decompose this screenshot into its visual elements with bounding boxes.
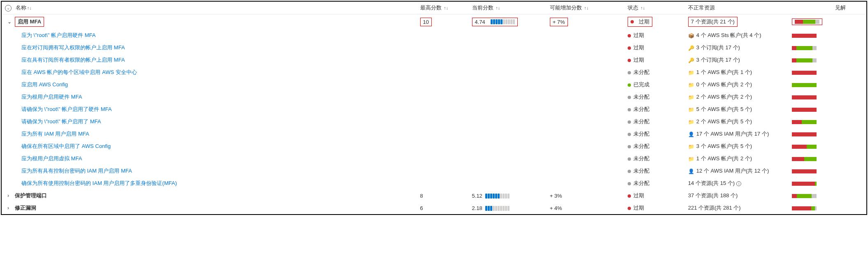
- status-dot-icon: [628, 145, 631, 148]
- unhealthy-text: 3 个订阅(共 17 个): [696, 44, 740, 51]
- unhealthy-text: 0 个 AWS 帐户(共 2 个): [696, 81, 752, 88]
- recommendation-row[interactable]: 应为 \"root\" 帐户启用硬件 MFA过期📦4 个 AWS Sts 帐户(…: [2, 29, 866, 42]
- recommendation-link[interactable]: 应启用 AWS Config: [21, 81, 68, 88]
- group-row[interactable]: ›保护管理端口85.12 + 3%过期37 个资源(共 188 个): [2, 189, 866, 202]
- resource-icon: 👤: [688, 132, 694, 137]
- status-dot-icon: [628, 71, 631, 74]
- status-dot-icon: [631, 20, 634, 23]
- table-header-row: ⌄ 名称↑↓ 最高分数 ↑↓ 当前分数 ↑↓ 可能增加分数 ↑↓ 状态 ↑↓ 不…: [2, 2, 866, 14]
- group-name: 保护管理端口: [15, 192, 47, 199]
- group-row[interactable]: ⌄启用 MFA104.74 + 7%过期7 个资源(共 21 个): [2, 14, 866, 30]
- recommendation-row[interactable]: 确保在所有区域中启用了 AWS Config未分配📁3 个 AWS 帐户(共 5…: [2, 140, 866, 152]
- status-dot-icon: [628, 59, 631, 62]
- recommendation-link[interactable]: 确保为所有使用控制台密码的 IAM 用户启用了多重身份验证(MFA): [21, 180, 177, 186]
- group-name: 启用 MFA: [18, 18, 41, 25]
- resource-icon: 📁: [688, 156, 694, 162]
- recommendation-row[interactable]: 应启用 AWS Config已完成📁0 个 AWS 帐户(共 2 个): [2, 78, 866, 91]
- header-max-score[interactable]: 最高分数 ↑↓: [417, 2, 469, 14]
- recommendation-link[interactable]: 请确保为 \"root\" 帐户启用了硬件 MFA: [21, 106, 112, 112]
- health-bar: [792, 34, 817, 38]
- status-dot-icon: [628, 34, 631, 37]
- health-bar: [792, 71, 817, 75]
- recommendation-link[interactable]: 请确保为 \"root\" 帐户启用了 MFA: [21, 118, 101, 125]
- chevron-icon[interactable]: ›: [7, 193, 13, 199]
- resource-icon: 📁: [688, 70, 694, 76]
- unhealthy-text: 4 个 AWS Sts 帐户(共 4 个): [696, 32, 761, 38]
- recommendation-link[interactable]: 应为根用户启用虚拟 MFA: [21, 155, 82, 162]
- recommendation-link[interactable]: 应为所有 IAM 用户启用 MFA: [21, 131, 89, 137]
- recommendation-row[interactable]: 应在 AWS 帐户的每个区域中启用 AWS 安全中心未分配📁1 个 AWS 帐户…: [2, 66, 866, 78]
- header-potential-increase[interactable]: 可能增加分数 ↑↓: [547, 2, 624, 14]
- unhealthy-text: 17 个 AWS IAM 用户(共 17 个): [696, 131, 769, 137]
- status-dot-icon: [628, 207, 631, 210]
- health-bar: [792, 145, 817, 149]
- health-bar: [792, 182, 817, 186]
- resource-icon: 📁: [688, 119, 694, 125]
- status-dot-icon: [628, 170, 631, 173]
- resource-icon: 📁: [688, 82, 694, 88]
- header-unhealthy[interactable]: 不正常资源: [685, 2, 832, 14]
- info-icon[interactable]: i: [736, 181, 741, 186]
- recommendation-row[interactable]: 应在对订阅拥有写入权限的帐户上启用 MFA过期🔑3 个订阅(共 17 个): [2, 42, 866, 54]
- recommendation-link[interactable]: 应为 \"root\" 帐户启用硬件 MFA: [21, 32, 95, 38]
- health-bar: [792, 108, 817, 112]
- recommendation-row[interactable]: 应在具有订阅所有者权限的帐户上启用 MFA过期🔑3 个订阅(共 17 个): [2, 54, 866, 66]
- recommendation-row[interactable]: 应为根用户启用硬件 MFA未分配📁2 个 AWS 帐户(共 2 个): [2, 91, 866, 103]
- unhealthy-text: 12 个 AWS IAM 用户(共 12 个): [696, 168, 769, 174]
- header-insights[interactable]: 见解: [832, 2, 866, 14]
- recommendation-link[interactable]: 应在具有订阅所有者权限的帐户上启用 MFA: [21, 57, 125, 63]
- recommendation-row[interactable]: 请确保为 \"root\" 帐户启用了硬件 MFA未分配📁5 个 AWS 帐户(…: [2, 103, 866, 115]
- unhealthy-text: 2 个 AWS 帐户(共 5 个): [696, 118, 752, 125]
- resource-icon: 🔑: [688, 58, 694, 63]
- health-bar: [792, 46, 817, 50]
- health-bar: [792, 58, 817, 62]
- recommendation-row[interactable]: 应为根用户启用虚拟 MFA未分配📁1 个 AWS 帐户(共 2 个): [2, 152, 866, 165]
- unhealthy-text: 1 个 AWS 帐户(共 1 个): [696, 69, 752, 75]
- recommendation-link[interactable]: 确保在所有区域中启用了 AWS Config: [21, 143, 111, 149]
- resource-icon: 📁: [688, 95, 694, 100]
- recommendation-link[interactable]: 应为根用户启用硬件 MFA: [21, 94, 82, 100]
- recommendation-row[interactable]: 请确保为 \"root\" 帐户启用了 MFA未分配📁2 个 AWS 帐户(共 …: [2, 115, 866, 128]
- recommendation-link[interactable]: 应为所有具有控制台密码的 IAM 用户启用 MFA: [21, 168, 132, 174]
- health-bar: [792, 120, 817, 124]
- unhealthy-text: 2 个 AWS 帐户(共 2 个): [696, 94, 752, 100]
- status-dot-icon: [628, 96, 631, 99]
- health-bar: [792, 83, 817, 87]
- recommendation-link[interactable]: 应在 AWS 帐户的每个区域中启用 AWS 安全中心: [21, 69, 137, 75]
- score-bar: [485, 194, 510, 199]
- recommendation-row[interactable]: 应为所有具有控制台密码的 IAM 用户启用 MFA未分配👤12 个 AWS IA…: [2, 165, 866, 177]
- resource-icon: 👤: [688, 169, 694, 174]
- status-dot-icon: [628, 194, 631, 198]
- status-dot-icon: [628, 157, 631, 161]
- unhealthy-text: 14 个资源(共 15 个): [688, 180, 735, 186]
- health-bar: [792, 194, 817, 198]
- health-bar: [795, 20, 819, 24]
- expand-all-icon[interactable]: ⌄: [5, 5, 12, 12]
- recommendation-link[interactable]: 应在对订阅拥有写入权限的帐户上启用 MFA: [21, 44, 125, 51]
- health-bar: [792, 157, 817, 161]
- header-name[interactable]: ⌄ 名称↑↓: [2, 2, 417, 14]
- chevron-icon[interactable]: ›: [7, 205, 13, 211]
- group-row[interactable]: ›修正漏洞62.18 + 4%过期221 个资源(共 281 个): [2, 202, 866, 214]
- group-name: 修正漏洞: [15, 205, 36, 211]
- health-bar: [792, 206, 817, 210]
- status-dot-icon: [628, 182, 631, 185]
- status-dot-icon: [628, 108, 631, 111]
- unhealthy-text: 3 个订阅(共 17 个): [696, 57, 740, 63]
- header-status[interactable]: 状态 ↑↓: [624, 2, 685, 14]
- health-bar: [792, 95, 817, 99]
- chevron-icon[interactable]: ⌄: [7, 19, 13, 25]
- resource-icon: 📁: [688, 107, 694, 113]
- unhealthy-text: 3 个 AWS 帐户(共 5 个): [696, 143, 752, 149]
- recommendation-row[interactable]: 确保为所有使用控制台密码的 IAM 用户启用了多重身份验证(MFA)未分配14 …: [2, 177, 866, 189]
- status-dot-icon: [628, 46, 631, 50]
- resource-icon: 🔑: [688, 45, 694, 51]
- recommendation-row[interactable]: 应为所有 IAM 用户启用 MFA未分配👤17 个 AWS IAM 用户(共 1…: [2, 128, 866, 140]
- status-dot-icon: [628, 83, 631, 87]
- health-bar: [792, 169, 817, 173]
- resource-icon: 📁: [688, 144, 694, 150]
- status-dot-icon: [628, 120, 631, 124]
- status-dot-icon: [628, 133, 631, 136]
- header-current-score[interactable]: 当前分数 ↑↓: [469, 2, 547, 14]
- recommendations-table: ⌄ 名称↑↓ 最高分数 ↑↓ 当前分数 ↑↓ 可能增加分数 ↑↓ 状态 ↑↓ 不…: [2, 2, 866, 214]
